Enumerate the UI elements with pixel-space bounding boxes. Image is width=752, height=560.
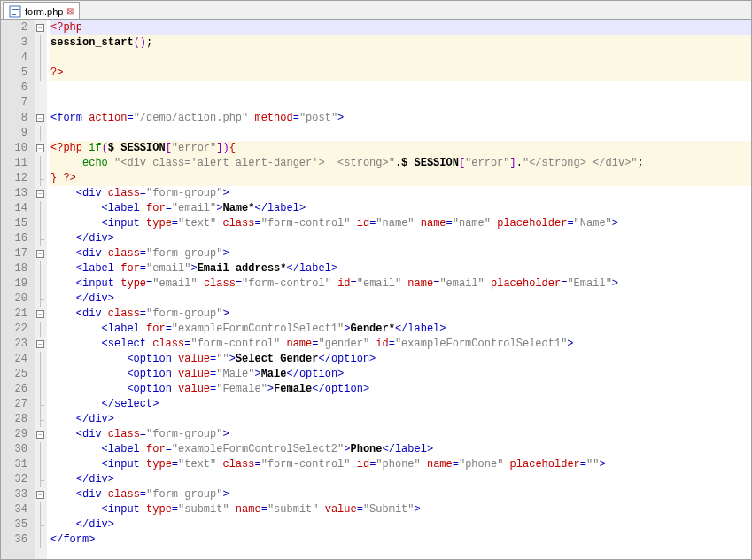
- code-line[interactable]: <form action="/demo/action.php" method="…: [50, 111, 751, 126]
- code-line[interactable]: </div>: [50, 412, 751, 427]
- code-line[interactable]: <div class="form-group">: [50, 246, 751, 261]
- php-file-icon: [9, 5, 21, 18]
- code-line[interactable]: </select>: [50, 397, 751, 412]
- tab-bar: form.php ⊠: [1, 1, 751, 20]
- line-number: 18: [1, 261, 27, 276]
- close-icon[interactable]: ⊠: [66, 6, 74, 16]
- line-number: 22: [1, 322, 27, 337]
- fold-toggle-icon[interactable]: −: [36, 24, 44, 32]
- code-line[interactable]: <input type="submit" name="submit" value…: [50, 502, 751, 517]
- svg-rect-3: [12, 14, 16, 15]
- code-line[interactable]: [50, 126, 751, 141]
- code-line[interactable]: <label for="email">Email address*</label…: [50, 261, 751, 276]
- line-number: 10: [1, 141, 27, 156]
- code-line[interactable]: <div class="form-group">: [50, 186, 751, 201]
- line-number-gutter: 2345678910111213141516171819202122232425…: [1, 20, 35, 559]
- line-number: 28: [1, 412, 27, 427]
- line-number: 5: [1, 66, 27, 81]
- code-line[interactable]: <label for="exampleFormControlSelect2">P…: [50, 442, 751, 457]
- line-number: 36: [1, 533, 27, 548]
- fold-toggle-icon[interactable]: −: [36, 491, 44, 499]
- line-number: 16: [1, 231, 27, 246]
- tab-filename: form.php: [25, 6, 63, 17]
- code-line[interactable]: </div>: [50, 517, 751, 533]
- fold-toggle-icon[interactable]: −: [36, 144, 44, 152]
- code-line[interactable]: </form>: [50, 533, 751, 548]
- code-line[interactable]: <div class="form-group">: [50, 307, 751, 322]
- code-line[interactable]: <?php if($_SESSION["error"]){: [50, 141, 751, 156]
- svg-rect-2: [12, 12, 19, 12]
- line-number: 29: [1, 427, 27, 442]
- line-number: 14: [1, 201, 27, 216]
- code-line[interactable]: <input type="text" class="form-control" …: [50, 216, 751, 231]
- line-number: 27: [1, 397, 27, 412]
- line-number: 9: [1, 126, 27, 141]
- line-number: 35: [1, 517, 27, 533]
- code-line[interactable]: <div class="form-group">: [50, 427, 751, 442]
- code-line[interactable]: [50, 96, 751, 111]
- code-line[interactable]: </div>: [50, 231, 751, 246]
- line-number: 34: [1, 502, 27, 517]
- line-number: 25: [1, 367, 27, 382]
- code-line[interactable]: ?>: [50, 66, 751, 81]
- code-line[interactable]: </div>: [50, 292, 751, 307]
- line-number: 8: [1, 111, 27, 126]
- code-content[interactable]: <?phpsession_start();?><form action="/de…: [47, 20, 751, 559]
- line-number: 24: [1, 352, 27, 367]
- line-number: 12: [1, 171, 27, 186]
- code-line[interactable]: <?php: [50, 20, 751, 35]
- code-line[interactable]: <option value="">Select Gender</option>: [50, 352, 751, 367]
- code-editor[interactable]: 2345678910111213141516171819202122232425…: [1, 20, 751, 559]
- code-line[interactable]: <label for="email">Name*</label>: [50, 201, 751, 216]
- code-line[interactable]: <select class="form-control" name="gende…: [50, 337, 751, 352]
- svg-rect-1: [12, 9, 19, 10]
- code-line[interactable]: <input type="email" class="form-control"…: [50, 276, 751, 292]
- line-number: 33: [1, 487, 27, 502]
- code-line[interactable]: [50, 81, 751, 96]
- line-number: 2: [1, 20, 27, 35]
- fold-toggle-icon[interactable]: −: [36, 250, 44, 258]
- line-number: 20: [1, 292, 27, 307]
- line-number: 7: [1, 96, 27, 111]
- line-number: 23: [1, 337, 27, 352]
- line-number: 26: [1, 382, 27, 397]
- fold-toggle-icon[interactable]: −: [36, 190, 44, 198]
- code-line[interactable]: echo "<div class='alert alert-danger'> <…: [50, 156, 751, 171]
- code-line[interactable]: </div>: [50, 472, 751, 487]
- line-number: 15: [1, 216, 27, 231]
- line-number: 21: [1, 307, 27, 322]
- editor-window: form.php ⊠ 23456789101112131415161718192…: [0, 0, 752, 560]
- file-tab[interactable]: form.php ⊠: [3, 2, 80, 19]
- line-number: 11: [1, 156, 27, 171]
- code-line[interactable]: <label for="exampleFormControlSelect1">G…: [50, 322, 751, 337]
- line-number: 3: [1, 35, 27, 51]
- code-line[interactable]: <input type="text" class="form-control" …: [50, 457, 751, 472]
- code-line[interactable]: <div class="form-group">: [50, 487, 751, 502]
- code-line[interactable]: [50, 51, 751, 66]
- line-number: 17: [1, 246, 27, 261]
- line-number: 13: [1, 186, 27, 201]
- line-number: 32: [1, 472, 27, 487]
- fold-toggle-icon[interactable]: −: [36, 340, 44, 348]
- code-line[interactable]: } ?>: [50, 171, 751, 186]
- fold-toggle-icon[interactable]: −: [36, 431, 44, 439]
- line-number: 6: [1, 81, 27, 96]
- line-number: 19: [1, 276, 27, 292]
- code-line[interactable]: session_start();: [50, 35, 751, 51]
- line-number: 30: [1, 442, 27, 457]
- code-line[interactable]: <option value="Male">Male</option>: [50, 367, 751, 382]
- fold-toggle-icon[interactable]: −: [36, 310, 44, 318]
- code-line[interactable]: <option value="Female">Female</option>: [50, 382, 751, 397]
- line-number: 31: [1, 457, 27, 472]
- line-number: 4: [1, 51, 27, 66]
- fold-toggle-icon[interactable]: −: [36, 114, 44, 122]
- fold-gutter: −−−−−−−−−: [35, 20, 47, 559]
